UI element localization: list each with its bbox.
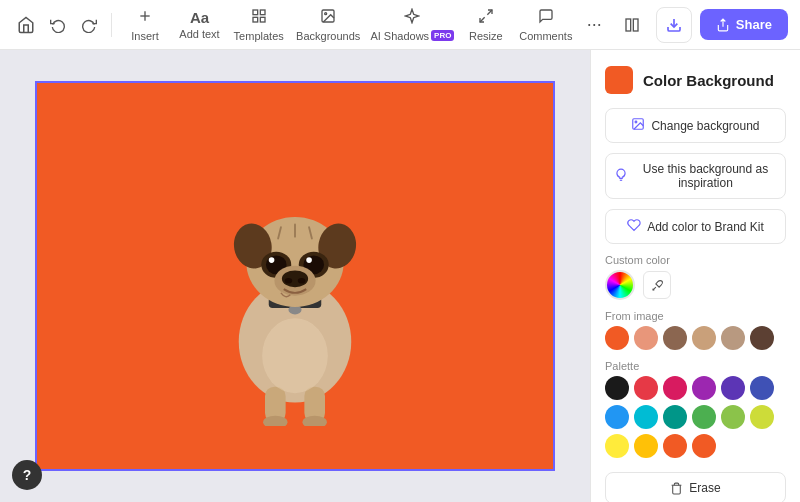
separator-1: [111, 13, 112, 37]
svg-rect-10: [626, 19, 631, 31]
from-image-swatch-0[interactable]: [605, 326, 629, 350]
right-panel: Color Background Change background Us: [590, 50, 800, 502]
backgrounds-label: Backgrounds: [296, 30, 360, 42]
palette-swatch-4[interactable]: [721, 376, 745, 400]
templates-button[interactable]: Templates: [229, 4, 288, 46]
from-image-swatch-5[interactable]: [750, 326, 774, 350]
erase-label: Erase: [689, 481, 720, 495]
canvas-background: [37, 83, 553, 469]
svg-line-9: [480, 17, 485, 22]
from-image-swatch-2[interactable]: [663, 326, 687, 350]
palette-swatch-12[interactable]: [605, 434, 629, 458]
change-bg-label: Change background: [651, 119, 759, 133]
redo-button[interactable]: [75, 9, 103, 41]
resize-label: Resize: [469, 30, 503, 42]
pro-badge: PRO: [431, 30, 454, 41]
svg-point-31: [298, 278, 306, 284]
palette-swatch-11[interactable]: [750, 405, 774, 429]
palette-swatch-13[interactable]: [634, 434, 658, 458]
canvas-container[interactable]: [35, 81, 555, 471]
undo-button[interactable]: [44, 9, 72, 41]
main-area: ? Color Background Change background: [0, 50, 800, 502]
custom-color-label: Custom color: [605, 254, 786, 266]
panel-title: Color Background: [643, 72, 774, 89]
svg-rect-4: [260, 17, 265, 22]
inspiration-icon: [614, 168, 628, 185]
palette-swatch-14[interactable]: [663, 434, 687, 458]
download-button[interactable]: [656, 7, 692, 43]
palette-swatch-1[interactable]: [634, 376, 658, 400]
svg-point-26: [269, 257, 275, 263]
comments-label: Comments: [519, 30, 572, 42]
palette-swatch-9[interactable]: [692, 405, 716, 429]
brand-kit-icon: [627, 218, 641, 235]
svg-rect-11: [633, 19, 638, 31]
palette-swatch-8[interactable]: [663, 405, 687, 429]
comments-button[interactable]: Comments: [515, 4, 577, 46]
help-icon: ?: [23, 467, 32, 483]
from-image-swatch-3[interactable]: [692, 326, 716, 350]
palette-swatch-2[interactable]: [663, 376, 687, 400]
palette-swatch-7[interactable]: [634, 405, 658, 429]
svg-point-30: [285, 278, 293, 284]
add-text-label: Add text: [179, 28, 219, 40]
from-image-label: From image: [605, 310, 786, 322]
share-label: Share: [736, 17, 772, 32]
toolbar-right: ··· Share: [581, 7, 788, 43]
resize-icon: [478, 8, 494, 28]
from-image-swatch-4[interactable]: [721, 326, 745, 350]
brand-kit-label: Add color to Brand Kit: [647, 220, 764, 234]
brand-kit-button[interactable]: Add color to Brand Kit: [605, 209, 786, 244]
palette-grid: [605, 376, 786, 458]
backgrounds-icon: [320, 8, 336, 28]
canvas-area: ?: [0, 50, 590, 502]
custom-color-section: Custom color: [605, 254, 786, 300]
svg-point-27: [306, 257, 312, 263]
insert-button[interactable]: Insert: [120, 4, 170, 46]
change-bg-icon: [631, 117, 645, 134]
from-image-swatch-1[interactable]: [634, 326, 658, 350]
inspiration-button[interactable]: Use this background as inspiration: [605, 153, 786, 199]
templates-label: Templates: [234, 30, 284, 42]
insert-icon: [137, 8, 153, 28]
templates-icon: [251, 8, 267, 28]
from-image-section: From image: [605, 310, 786, 350]
eyedropper-button[interactable]: [643, 271, 671, 299]
svg-line-8: [487, 10, 492, 15]
svg-point-36: [262, 318, 328, 393]
erase-button[interactable]: Erase: [605, 472, 786, 502]
ai-shadows-button[interactable]: AI Shadows PRO: [368, 4, 457, 46]
palette-swatch-5[interactable]: [750, 376, 774, 400]
home-button[interactable]: [12, 9, 40, 41]
columns-button[interactable]: [616, 9, 648, 41]
change-background-button[interactable]: Change background: [605, 108, 786, 143]
comments-icon: [538, 8, 554, 28]
svg-point-7: [325, 12, 327, 14]
palette-swatch-15[interactable]: [692, 434, 716, 458]
add-text-button[interactable]: Aa Add text: [174, 5, 225, 44]
help-button[interactable]: ?: [12, 460, 42, 490]
backgrounds-button[interactable]: Backgrounds: [292, 4, 364, 46]
share-button[interactable]: Share: [700, 9, 788, 40]
add-text-icon: Aa: [190, 9, 209, 26]
svg-rect-2: [253, 10, 258, 15]
insert-label: Insert: [131, 30, 159, 42]
palette-swatch-10[interactable]: [721, 405, 745, 429]
ai-shadows-label: AI Shadows PRO: [370, 30, 454, 42]
from-image-swatches: [605, 326, 786, 350]
more-button[interactable]: ···: [581, 10, 608, 39]
palette-label: Palette: [605, 360, 786, 372]
palette-section: Palette: [605, 360, 786, 458]
custom-color-row: [605, 270, 786, 300]
svg-point-38: [636, 121, 638, 123]
palette-swatch-6[interactable]: [605, 405, 629, 429]
color-picker-wheel[interactable]: [605, 270, 635, 300]
resize-button[interactable]: Resize: [461, 4, 511, 46]
palette-swatch-3[interactable]: [692, 376, 716, 400]
panel-header: Color Background: [605, 66, 786, 94]
pug-illustration: [195, 126, 395, 426]
palette-swatch-0[interactable]: [605, 376, 629, 400]
inspiration-label: Use this background as inspiration: [634, 162, 777, 190]
toolbar: Insert Aa Add text Templates Backgrounds: [0, 0, 800, 50]
svg-rect-3: [260, 10, 265, 15]
